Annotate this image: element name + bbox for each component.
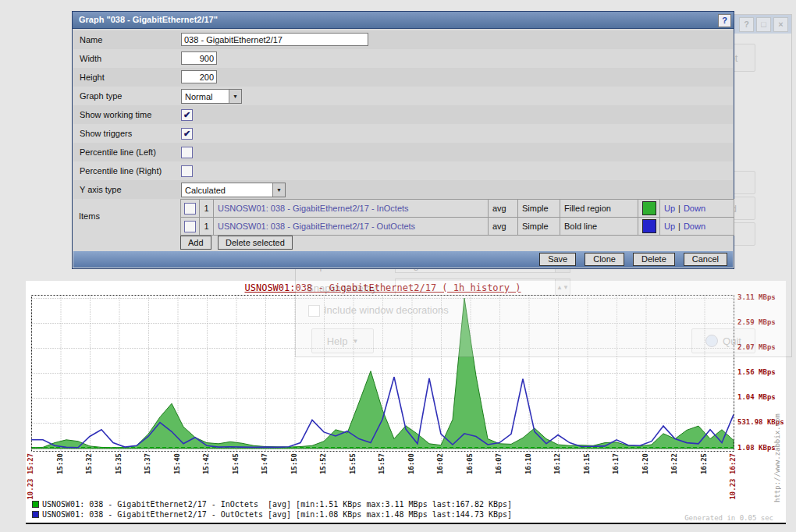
chevron-down-icon: ▼	[229, 90, 241, 103]
item-down-link[interactable]: Down	[684, 222, 705, 231]
x-axis-tick-label: 15:57	[378, 453, 386, 474]
x-axis-tick-label: 10.23 15:27	[27, 453, 34, 500]
item-checkbox[interactable]	[184, 203, 196, 215]
x-axis-tick-label: 16:10	[524, 453, 532, 474]
updown-separator: |	[678, 204, 681, 213]
x-axis-tick-label: 15:52	[319, 453, 327, 474]
y-axis-type-select[interactable]: Calculated ▼	[181, 183, 286, 197]
x-axis-tick-label: 15:45	[232, 453, 240, 474]
dialog-action-bar: Save Clone Delete Cancel	[73, 251, 733, 268]
x-axis-tick-label: 15:47	[261, 453, 268, 474]
x-axis-tick-label: 16:02	[436, 453, 444, 474]
x-axis-tick-label: 16:15	[583, 453, 591, 474]
item-checkbox[interactable]	[184, 221, 196, 232]
delete-selected-button[interactable]: Delete selected	[218, 236, 293, 250]
delete-button[interactable]: Delete	[633, 253, 675, 266]
name-input[interactable]	[181, 33, 368, 46]
item-row: 1USNOSW01: 038 - GigabitEthernet2/17 - I…	[181, 200, 734, 218]
item-name-cell: USNOSW01: 038 - GigabitEthernet2/17 - In…	[214, 200, 489, 217]
item-draw-style: Filled region	[560, 200, 638, 217]
y-axis-tick-label: 3.11 MBps	[737, 293, 776, 301]
x-axis-tick-label: 15:55	[349, 453, 357, 474]
item-color-cell	[638, 200, 660, 217]
show-working-time-checkbox[interactable]: ✔	[181, 109, 193, 121]
legend-color-swatch	[32, 501, 39, 508]
x-axis-tick-label: 16:22	[670, 453, 678, 474]
ksnapshot-help-icon[interactable]: ?	[739, 17, 754, 32]
x-axis-tick-label: 16:25	[700, 453, 708, 474]
x-axis-tick-label: 15:37	[144, 453, 151, 474]
x-axis-tick-label: 16:17	[612, 453, 620, 474]
percentile-left-checkbox[interactable]	[181, 147, 193, 158]
item-checkbox-cell	[181, 200, 200, 217]
item-updown-cell: Up|Down	[660, 218, 734, 235]
item-draw-style: Bold line	[560, 218, 638, 235]
clone-button[interactable]: Clone	[585, 253, 624, 266]
updown-separator: |	[678, 222, 681, 231]
y-axis-tick-label: 2.07 MBps	[737, 343, 776, 351]
height-label: Height	[80, 73, 105, 82]
width-input[interactable]	[181, 51, 217, 65]
show-working-time-label: Show working time	[80, 110, 151, 119]
item-link[interactable]: USNOSW01: 038 - GigabitEthernet2/17 - Ou…	[218, 222, 415, 231]
x-axis-tick-label: 16:07	[495, 453, 503, 474]
legend-row: USNOSW01: 038 - GigabitEthernet2/17 - In…	[32, 499, 512, 509]
items-table: 1USNOSW01: 038 - GigabitEthernet2/17 - I…	[180, 199, 734, 236]
legend-text: USNOSW01: 038 - GigabitEthernet2/17 - In…	[42, 500, 512, 509]
item-name-cell: USNOSW01: 038 - GigabitEthernet2/17 - Ou…	[214, 218, 489, 235]
chevron-down-icon: ▼	[272, 183, 285, 197]
x-axis-tick-label: 15:32	[85, 453, 93, 474]
item-row: 1USNOSW01: 038 - GigabitEthernet2/17 - O…	[181, 218, 734, 236]
x-axis-tick-label: 16:00	[407, 453, 415, 474]
y-axis-tick-label: 1.56 MBps	[737, 368, 776, 376]
height-input[interactable]	[181, 70, 217, 83]
item-type: Simple	[518, 200, 560, 217]
screen: USNOSW01:038 - GigabitEthernet2/17 ( 1h …	[0, 0, 796, 532]
graph-title: USNOSW01:038 - GigabitEthernet2/17 ( 1h …	[31, 282, 734, 293]
add-button[interactable]: Add	[180, 236, 211, 250]
ksnapshot-close-icon[interactable]: ×	[773, 17, 788, 32]
help-icon[interactable]: ?	[718, 14, 731, 27]
item-sort-order: 1	[200, 218, 214, 235]
graph-type-select[interactable]: Normal ▼	[181, 89, 242, 104]
item-checkbox-cell	[181, 218, 200, 235]
ksnapshot-maximize-icon[interactable]: □	[756, 17, 771, 32]
zabbix-graph-panel: USNOSW01:038 - GigabitEthernet2/17 ( 1h …	[26, 281, 786, 524]
x-axis-tick-label: 15:35	[115, 453, 123, 474]
item-function: avg	[489, 200, 518, 217]
item-updown-cell: Up|Down	[660, 200, 734, 217]
dialog-title: Graph "038 - GigabitEthernet2/17"	[79, 15, 218, 24]
item-type: Simple	[518, 218, 560, 235]
x-axis-tick-label: 15:50	[290, 453, 298, 474]
items-label: Items	[79, 211, 100, 221]
item-color-swatch[interactable]	[642, 201, 656, 215]
legend-color-swatch	[32, 511, 39, 518]
x-axis-tick-label: 15:30	[56, 453, 64, 474]
y-axis-tick-label: 2.59 MBps	[737, 318, 776, 326]
item-color-cell	[638, 218, 660, 235]
item-down-link[interactable]: Down	[684, 204, 705, 213]
x-axis-tick-label: 16:05	[466, 453, 474, 474]
width-label: Width	[80, 54, 101, 63]
item-link[interactable]: USNOSW01: 038 - GigabitEthernet2/17 - In…	[218, 204, 409, 213]
item-up-link[interactable]: Up	[664, 204, 675, 213]
percentile-right-label: Percentile line (Right)	[80, 166, 162, 176]
name-label: Name	[80, 35, 102, 44]
legend-text: USNOSW01: 038 - GigabitEthernet2/17 - Ou…	[42, 510, 512, 519]
item-up-link[interactable]: Up	[664, 222, 675, 231]
y-axis-tick-label: 1.04 MBps	[737, 393, 776, 401]
cancel-button[interactable]: Cancel	[684, 253, 727, 266]
graph-edit-dialog: Graph "038 - GigabitEthernet2/17" ? Name…	[72, 11, 734, 269]
percentile-left-label: Percentile line (Left)	[80, 147, 156, 157]
save-button[interactable]: Save	[539, 253, 576, 266]
item-sort-order: 1	[200, 200, 214, 217]
y-axis-tick-label: 1.08 KBps	[737, 444, 776, 452]
percentile-right-checkbox[interactable]	[181, 165, 193, 177]
x-axis-tick-label: 15:40	[173, 453, 181, 474]
show-triggers-checkbox[interactable]: ✔	[181, 128, 193, 140]
legend-row: USNOSW01: 038 - GigabitEthernet2/17 - Ou…	[32, 509, 512, 520]
generated-in-text: Generated in 0.05 sec	[684, 514, 773, 522]
dialog-titlebar: Graph "038 - GigabitEthernet2/17" ?	[73, 12, 734, 29]
item-color-swatch[interactable]	[642, 219, 656, 233]
graph-legend: USNOSW01: 038 - GigabitEthernet2/17 - In…	[32, 499, 512, 520]
